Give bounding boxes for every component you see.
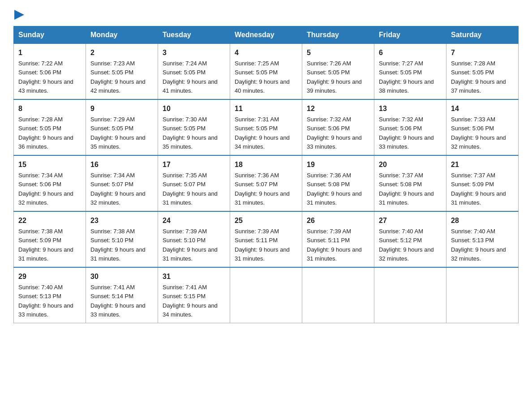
day-number: 24 (163, 215, 225, 226)
day-number: 27 (379, 215, 442, 226)
calendar-cell: 4Sunrise: 7:25 AMSunset: 5:05 PMDaylight… (230, 44, 302, 100)
calendar-cell: 5Sunrise: 7:26 AMSunset: 5:05 PMDaylight… (302, 44, 374, 100)
calendar-cell: 21Sunrise: 7:37 AMSunset: 5:09 PMDayligh… (446, 155, 519, 211)
day-number: 2 (90, 47, 153, 58)
day-number: 29 (18, 271, 81, 282)
day-info: Sunrise: 7:22 AMSunset: 5:06 PMDaylight:… (18, 60, 73, 94)
calendar-cell: 9Sunrise: 7:29 AMSunset: 5:05 PMDaylight… (86, 99, 158, 155)
calendar-cell: 1Sunrise: 7:22 AMSunset: 5:06 PMDaylight… (14, 44, 86, 100)
day-info: Sunrise: 7:34 AMSunset: 5:06 PMDaylight:… (18, 172, 73, 206)
day-info: Sunrise: 7:36 AMSunset: 5:07 PMDaylight:… (235, 172, 290, 206)
calendar-table: SundayMondayTuesdayWednesdayThursdayFrid… (13, 26, 519, 323)
day-info: Sunrise: 7:33 AMSunset: 5:06 PMDaylight:… (451, 116, 506, 150)
calendar-week-row: 29Sunrise: 7:40 AMSunset: 5:13 PMDayligh… (14, 267, 519, 323)
calendar-cell: 16Sunrise: 7:34 AMSunset: 5:07 PMDayligh… (86, 155, 158, 211)
logo-arrow-icon (14, 10, 24, 20)
day-info: Sunrise: 7:27 AMSunset: 5:05 PMDaylight:… (379, 60, 434, 94)
svg-marker-0 (14, 10, 24, 20)
day-number: 14 (451, 103, 514, 114)
calendar-header-row: SundayMondayTuesdayWednesdayThursdayFrid… (14, 26, 519, 44)
day-info: Sunrise: 7:25 AMSunset: 5:05 PMDaylight:… (235, 60, 290, 94)
day-number: 8 (18, 103, 81, 114)
column-header-tuesday: Tuesday (158, 26, 230, 44)
day-info: Sunrise: 7:30 AMSunset: 5:05 PMDaylight:… (163, 116, 218, 150)
day-number: 20 (379, 159, 442, 170)
calendar-cell: 17Sunrise: 7:35 AMSunset: 5:07 PMDayligh… (158, 155, 230, 211)
column-header-saturday: Saturday (446, 26, 519, 44)
day-number: 31 (163, 271, 225, 282)
calendar-cell (374, 267, 446, 323)
day-number: 15 (18, 159, 81, 170)
day-number: 9 (90, 103, 153, 114)
calendar-cell: 2Sunrise: 7:23 AMSunset: 5:05 PMDaylight… (86, 44, 158, 100)
day-info: Sunrise: 7:40 AMSunset: 5:13 PMDaylight:… (451, 228, 506, 262)
day-info: Sunrise: 7:31 AMSunset: 5:05 PMDaylight:… (235, 116, 290, 150)
day-number: 6 (379, 47, 442, 58)
calendar-cell: 12Sunrise: 7:32 AMSunset: 5:06 PMDayligh… (302, 99, 374, 155)
day-info: Sunrise: 7:32 AMSunset: 5:06 PMDaylight:… (379, 116, 434, 150)
day-info: Sunrise: 7:40 AMSunset: 5:13 PMDaylight:… (18, 284, 73, 318)
day-info: Sunrise: 7:35 AMSunset: 5:07 PMDaylight:… (163, 172, 218, 206)
calendar-cell: 29Sunrise: 7:40 AMSunset: 5:13 PMDayligh… (14, 267, 86, 323)
day-number: 1 (18, 47, 81, 58)
column-header-friday: Friday (374, 26, 446, 44)
day-number: 28 (451, 215, 514, 226)
day-number: 12 (307, 103, 369, 114)
day-info: Sunrise: 7:29 AMSunset: 5:05 PMDaylight:… (90, 116, 146, 150)
calendar-cell (230, 267, 302, 323)
calendar-week-row: 22Sunrise: 7:38 AMSunset: 5:09 PMDayligh… (14, 211, 519, 267)
calendar-cell: 3Sunrise: 7:24 AMSunset: 5:05 PMDaylight… (158, 44, 230, 100)
day-info: Sunrise: 7:41 AMSunset: 5:14 PMDaylight:… (90, 284, 146, 318)
calendar-week-row: 15Sunrise: 7:34 AMSunset: 5:06 PMDayligh… (14, 155, 519, 211)
day-number: 13 (379, 103, 442, 114)
calendar-cell: 13Sunrise: 7:32 AMSunset: 5:06 PMDayligh… (374, 99, 446, 155)
day-info: Sunrise: 7:37 AMSunset: 5:08 PMDaylight:… (379, 172, 434, 206)
calendar-cell: 22Sunrise: 7:38 AMSunset: 5:09 PMDayligh… (14, 211, 86, 267)
page-header (13, 9, 519, 18)
calendar-cell: 18Sunrise: 7:36 AMSunset: 5:07 PMDayligh… (230, 155, 302, 211)
day-info: Sunrise: 7:23 AMSunset: 5:05 PMDaylight:… (90, 60, 146, 94)
calendar-cell: 10Sunrise: 7:30 AMSunset: 5:05 PMDayligh… (158, 99, 230, 155)
day-info: Sunrise: 7:24 AMSunset: 5:05 PMDaylight:… (163, 60, 218, 94)
day-info: Sunrise: 7:34 AMSunset: 5:07 PMDaylight:… (90, 172, 146, 206)
calendar-cell: 8Sunrise: 7:28 AMSunset: 5:05 PMDaylight… (14, 99, 86, 155)
day-number: 16 (90, 159, 153, 170)
calendar-cell: 26Sunrise: 7:39 AMSunset: 5:11 PMDayligh… (302, 211, 374, 267)
calendar-cell: 28Sunrise: 7:40 AMSunset: 5:13 PMDayligh… (446, 211, 519, 267)
column-header-wednesday: Wednesday (230, 26, 302, 44)
calendar-cell: 23Sunrise: 7:38 AMSunset: 5:10 PMDayligh… (86, 211, 158, 267)
calendar-cell: 6Sunrise: 7:27 AMSunset: 5:05 PMDaylight… (374, 44, 446, 100)
calendar-cell: 20Sunrise: 7:37 AMSunset: 5:08 PMDayligh… (374, 155, 446, 211)
day-number: 11 (235, 103, 297, 114)
day-number: 5 (307, 47, 369, 58)
day-info: Sunrise: 7:37 AMSunset: 5:09 PMDaylight:… (451, 172, 506, 206)
calendar-cell: 7Sunrise: 7:28 AMSunset: 5:05 PMDaylight… (446, 44, 519, 100)
day-number: 7 (451, 47, 514, 58)
day-info: Sunrise: 7:39 AMSunset: 5:10 PMDaylight:… (163, 228, 218, 262)
day-number: 3 (163, 47, 225, 58)
calendar-week-row: 8Sunrise: 7:28 AMSunset: 5:05 PMDaylight… (14, 99, 519, 155)
column-header-sunday: Sunday (14, 26, 86, 44)
day-info: Sunrise: 7:39 AMSunset: 5:11 PMDaylight:… (235, 228, 290, 262)
day-number: 4 (235, 47, 297, 58)
day-info: Sunrise: 7:26 AMSunset: 5:05 PMDaylight:… (307, 60, 362, 94)
column-header-thursday: Thursday (302, 26, 374, 44)
calendar-cell: 27Sunrise: 7:40 AMSunset: 5:12 PMDayligh… (374, 211, 446, 267)
day-number: 30 (90, 271, 153, 282)
day-info: Sunrise: 7:32 AMSunset: 5:06 PMDaylight:… (307, 116, 362, 150)
calendar-cell: 30Sunrise: 7:41 AMSunset: 5:14 PMDayligh… (86, 267, 158, 323)
calendar-cell: 11Sunrise: 7:31 AMSunset: 5:05 PMDayligh… (230, 99, 302, 155)
calendar-cell: 25Sunrise: 7:39 AMSunset: 5:11 PMDayligh… (230, 211, 302, 267)
calendar-cell: 31Sunrise: 7:41 AMSunset: 5:15 PMDayligh… (158, 267, 230, 323)
day-number: 26 (307, 215, 369, 226)
day-number: 22 (18, 215, 81, 226)
column-header-monday: Monday (86, 26, 158, 44)
day-info: Sunrise: 7:28 AMSunset: 5:05 PMDaylight:… (451, 60, 506, 94)
day-number: 21 (451, 159, 514, 170)
calendar-cell: 14Sunrise: 7:33 AMSunset: 5:06 PMDayligh… (446, 99, 519, 155)
day-info: Sunrise: 7:38 AMSunset: 5:09 PMDaylight:… (18, 228, 73, 262)
day-info: Sunrise: 7:38 AMSunset: 5:10 PMDaylight:… (90, 228, 146, 262)
day-number: 18 (235, 159, 297, 170)
calendar-cell: 15Sunrise: 7:34 AMSunset: 5:06 PMDayligh… (14, 155, 86, 211)
day-info: Sunrise: 7:28 AMSunset: 5:05 PMDaylight:… (18, 116, 73, 150)
